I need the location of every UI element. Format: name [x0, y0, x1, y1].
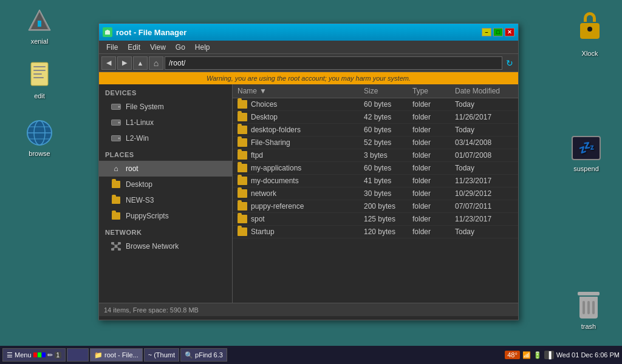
- sidebar-item-desktop[interactable]: Desktop: [99, 177, 232, 192]
- status-text: 14 items, Free space: 590.8 MB: [104, 306, 199, 314]
- menu-help[interactable]: Help: [190, 42, 215, 53]
- file-list-header: Name ▼ Size Type Date Modified: [233, 84, 518, 98]
- sidebar-item-l1linux[interactable]: L1-Linux: [99, 115, 232, 130]
- desktop-icon-label: Xlock: [582, 50, 598, 57]
- menu-go[interactable]: Go: [171, 42, 190, 53]
- table-row[interactable]: Startup 120 bytes folder Today: [233, 226, 518, 238]
- home-button[interactable]: ⌂: [149, 56, 163, 70]
- folder-icon: [238, 151, 247, 160]
- window-titlebar: root - File Manager – □ ✕: [99, 24, 518, 41]
- folder-icon: [238, 164, 247, 172]
- reload-button[interactable]: ↻: [504, 58, 516, 68]
- menu-icon: ☰: [7, 351, 13, 359]
- desktop-icon-xlock[interactable]: Xlock: [569, 18, 611, 57]
- folder-icon: [238, 126, 247, 134]
- volume-icon: ▐: [544, 351, 554, 359]
- taskbar-menu-button[interactable]: ☰ Menu ✏ 1: [2, 348, 66, 362]
- devices-header: DEVICES: [99, 84, 232, 99]
- folder-icon: [238, 138, 247, 147]
- desktop-icon-edit[interactable]: edit: [18, 61, 61, 99]
- address-bar[interactable]: [165, 56, 502, 70]
- svg-rect-5: [33, 70, 46, 71]
- folder-icon: [111, 211, 121, 221]
- sidebar-item-l2win[interactable]: L2-Win: [99, 130, 232, 146]
- column-name[interactable]: Name ▼: [233, 87, 359, 95]
- close-button[interactable]: ✕: [505, 28, 514, 36]
- sidebar-item-label: root: [126, 164, 138, 173]
- desktop-icon-browse[interactable]: browse: [18, 118, 61, 157]
- folder-icon: [238, 215, 247, 223]
- sidebar-item-puppyscripts[interactable]: PuppyScripts: [99, 208, 232, 224]
- table-row[interactable]: ftpd 3 bytes folder 01/07/2008: [233, 149, 518, 162]
- taskbar-right: 48° 📶 🔋 ▐ Wed 01 Dec 6:06 PM: [505, 351, 620, 359]
- desktop-icon-label: edit: [34, 92, 45, 99]
- table-row[interactable]: my-applications 60 bytes folder Today: [233, 162, 518, 175]
- desktop-icon-label: suspend: [573, 165, 599, 172]
- menu-edit[interactable]: Edit: [123, 42, 145, 53]
- desktop-icon-trash[interactable]: trash: [567, 291, 610, 330]
- sidebar-item-filesystem[interactable]: File System: [99, 99, 232, 115]
- column-type[interactable]: Type: [408, 87, 450, 95]
- sidebar-item-label: Browse Network: [126, 242, 179, 251]
- network-header: NETWORK: [99, 224, 232, 238]
- svg-line-28: [113, 244, 117, 245]
- up-button[interactable]: ▲: [133, 56, 148, 70]
- sidebar-item-news3[interactable]: NEW-S3: [99, 192, 232, 208]
- menubar: File Edit View Go Help: [99, 41, 518, 54]
- sidebar-item-label: L1-Linux: [126, 118, 154, 127]
- menu-file[interactable]: File: [101, 42, 123, 53]
- svg-line-30: [113, 248, 117, 248]
- network-icon: [111, 241, 121, 251]
- column-size[interactable]: Size: [359, 87, 408, 95]
- svg-rect-6: [33, 73, 42, 75]
- svg-point-19: [118, 122, 120, 124]
- sidebar-item-root[interactable]: ⌂ root: [99, 161, 232, 177]
- pencil-icon: ✏: [47, 351, 53, 359]
- taskbar-pfind[interactable]: 🔍 pFind 6.3: [180, 348, 227, 362]
- svg-point-16: [118, 106, 120, 108]
- forward-button[interactable]: ▶: [117, 56, 132, 70]
- column-date[interactable]: Date Modified: [450, 87, 518, 95]
- desktop-icon-xenial[interactable]: xenial: [18, 6, 61, 45]
- desktop-icon-label: browse: [29, 150, 50, 157]
- drive-icon: [111, 133, 121, 143]
- wifi-icon: 📶: [522, 351, 531, 359]
- content-area: DEVICES File System: [99, 84, 518, 303]
- sidebar-item-label: Desktop: [126, 180, 152, 189]
- svg-point-22: [118, 138, 120, 140]
- desktop-icon-suspend[interactable]: 💤 suspend: [565, 133, 607, 172]
- svg-rect-2: [38, 21, 41, 27]
- table-row[interactable]: Choices 60 bytes folder Today: [233, 98, 518, 111]
- taskbar-file-manager[interactable]: 📁 root - File...: [90, 348, 143, 362]
- desktop-icon-label: xenial: [31, 38, 49, 45]
- folder-small-icon: 📁: [94, 351, 103, 359]
- menu-view[interactable]: View: [145, 42, 171, 53]
- table-row[interactable]: File-Sharing 52 bytes folder 03/14/2008: [233, 136, 518, 149]
- file-manager-window: root - File Manager – □ ✕ File Edit View…: [98, 23, 519, 320]
- svg-rect-23: [111, 242, 114, 244]
- maximize-button[interactable]: □: [493, 28, 503, 36]
- table-row[interactable]: spot 125 bytes folder 11/23/2017: [233, 213, 518, 226]
- desktop-icon-label: trash: [581, 323, 596, 330]
- table-row[interactable]: my-documents 41 bytes folder 11/23/2017: [233, 175, 518, 187]
- svg-rect-7: [33, 77, 44, 78]
- taskbar-thumt[interactable]: ~ (Thumt: [144, 348, 179, 362]
- table-row[interactable]: desktop-folders 60 bytes folder Today: [233, 124, 518, 136]
- toolbar: ◀ ▶ ▲ ⌂ ↻: [99, 54, 518, 72]
- table-row[interactable]: network 30 bytes folder 10/29/2012: [233, 187, 518, 200]
- sidebar-item-label: NEW-S3: [126, 196, 154, 204]
- folder-icon: [238, 113, 247, 121]
- folder-icon: [238, 189, 247, 198]
- table-row[interactable]: Desktop 42 bytes folder 11/26/2017: [233, 111, 518, 124]
- minimize-button[interactable]: –: [482, 28, 491, 36]
- table-row[interactable]: puppy-reference 200 bytes folder 07/07/2…: [233, 200, 518, 213]
- color-squares: [33, 352, 46, 357]
- back-button[interactable]: ◀: [101, 56, 116, 70]
- window-controls: – □ ✕: [482, 28, 514, 36]
- file-list: Name ▼ Size Type Date Modified Choices 6…: [233, 84, 518, 303]
- warning-bar: Warning, you are using the root account;…: [99, 72, 518, 84]
- sidebar-item-label: File System: [126, 103, 164, 111]
- sidebar-item-browse-network[interactable]: Browse Network: [99, 238, 232, 254]
- temp-display: 48°: [505, 351, 520, 359]
- taskbar-blank[interactable]: [67, 348, 89, 362]
